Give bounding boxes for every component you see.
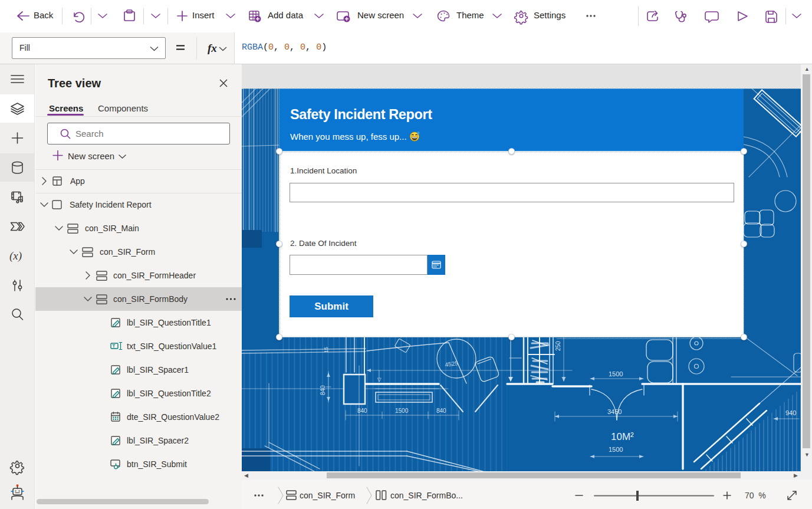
svg-text:840: 840 <box>436 408 446 414</box>
svg-text:(x): (x) <box>9 249 22 262</box>
svg-text:840: 840 <box>320 385 326 395</box>
svg-text:10M²: 10M² <box>611 431 634 442</box>
svg-text:1500: 1500 <box>395 408 409 414</box>
svg-text:fx: fx <box>208 42 217 54</box>
svg-text:3450: 3450 <box>607 408 622 415</box>
svg-text:250: 250 <box>555 341 561 351</box>
svg-text:1500: 1500 <box>609 446 623 453</box>
svg-text:1500: 1500 <box>609 370 623 377</box>
svg-text:940: 940 <box>785 409 796 416</box>
